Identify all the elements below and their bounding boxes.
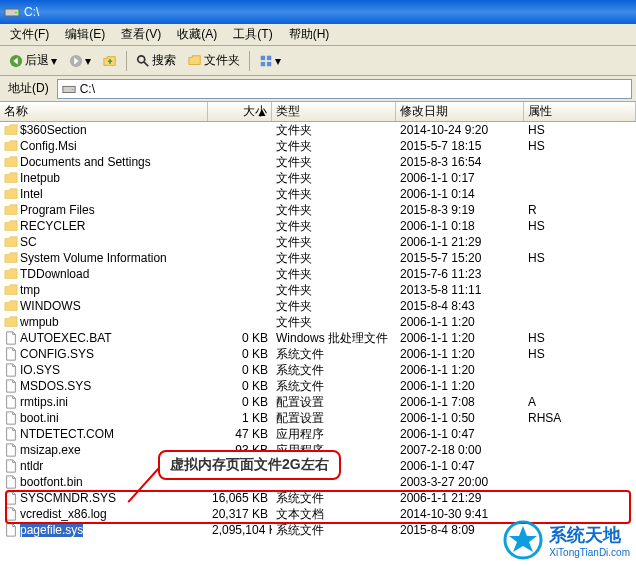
search-button[interactable]: 搜索 xyxy=(131,49,181,72)
column-headers: 名称 大小▲ 类型 修改日期 属性 xyxy=(0,102,636,122)
search-icon xyxy=(136,54,150,68)
back-button[interactable]: 后退 ▾ xyxy=(4,49,62,72)
cell-date: 2006-1-1 1:20 xyxy=(396,331,524,345)
file-icon xyxy=(4,331,18,345)
file-row[interactable]: boot.ini1 KB配置设置2006-1-1 0:50RHSA xyxy=(0,410,636,426)
file-row[interactable]: tmp文件夹2013-5-8 11:11 xyxy=(0,282,636,298)
cell-date: 2007-2-18 0:00 xyxy=(396,443,524,457)
cell-date: 2015-8-4 8:09 xyxy=(396,523,524,537)
cell-type: 系统文件 xyxy=(272,362,396,379)
file-row[interactable]: CONFIG.SYS0 KB系统文件2006-1-1 1:20HS xyxy=(0,346,636,362)
file-row[interactable]: TDDownload文件夹2015-7-6 11:23 xyxy=(0,266,636,282)
cell-size: 47 KB xyxy=(208,427,272,441)
header-date[interactable]: 修改日期 xyxy=(396,102,524,121)
file-row[interactable]: RECYCLER文件夹2006-1-1 0:18HS xyxy=(0,218,636,234)
menu-view[interactable]: 查看(V) xyxy=(113,24,169,45)
file-row[interactable]: pagefile.sys2,095,104 KB系统文件2015-8-4 8:0… xyxy=(0,522,636,538)
drive-icon xyxy=(4,4,20,20)
svg-point-4 xyxy=(138,55,145,62)
menu-file[interactable]: 文件(F) xyxy=(2,24,57,45)
cell-date: 2014-10-24 9:20 xyxy=(396,123,524,137)
titlebar: C:\ xyxy=(0,0,636,24)
forward-button[interactable]: ▾ xyxy=(64,51,96,71)
svg-rect-1 xyxy=(15,12,17,13)
cell-type: 系统文件 xyxy=(272,458,396,475)
cell-type: 文件夹 xyxy=(272,170,396,187)
chevron-down-icon: ▾ xyxy=(85,54,91,68)
cell-date: 2015-8-3 9:19 xyxy=(396,203,524,217)
file-row[interactable]: ntldr300 KB系统文件2006-1-1 0:47 xyxy=(0,458,636,474)
file-row[interactable]: msizap.exe93 KB应用程序2007-2-18 0:00 xyxy=(0,442,636,458)
cell-size: 0 KB xyxy=(208,331,272,345)
cell-date: 2015-8-3 16:54 xyxy=(396,155,524,169)
file-row[interactable]: Intel文件夹2006-1-1 0:14 xyxy=(0,186,636,202)
file-name: Program Files xyxy=(20,203,95,217)
file-row[interactable]: vcredist_x86.log20,317 KB文本文档2014-10-30 … xyxy=(0,506,636,522)
menu-edit[interactable]: 编辑(E) xyxy=(57,24,113,45)
file-row[interactable]: MSDOS.SYS0 KB系统文件2006-1-1 1:20 xyxy=(0,378,636,394)
file-row[interactable]: System Volume Information文件夹2015-5-7 15:… xyxy=(0,250,636,266)
file-row[interactable]: wmpub文件夹2006-1-1 1:20 xyxy=(0,314,636,330)
svg-rect-7 xyxy=(267,55,271,59)
file-row[interactable]: Inetpub文件夹2006-1-1 0:17 xyxy=(0,170,636,186)
folders-icon xyxy=(188,54,202,68)
folder-icon xyxy=(4,251,18,265)
cell-date: 2006-1-1 1:20 xyxy=(396,315,524,329)
file-row[interactable]: bootfont.bin2003-3-27 20:00 xyxy=(0,474,636,490)
menu-help[interactable]: 帮助(H) xyxy=(281,24,338,45)
file-icon xyxy=(4,491,18,505)
header-type[interactable]: 类型 xyxy=(272,102,396,121)
file-row[interactable]: IO.SYS0 KB系统文件2006-1-1 1:20 xyxy=(0,362,636,378)
svg-rect-11 xyxy=(71,89,73,90)
cell-date: 2015-7-6 11:23 xyxy=(396,267,524,281)
up-button[interactable] xyxy=(98,51,122,71)
file-name: IO.SYS xyxy=(20,363,60,377)
file-icon xyxy=(4,395,18,409)
folder-icon xyxy=(4,171,18,185)
cell-date: 2013-5-8 11:11 xyxy=(396,283,524,297)
file-row[interactable]: rmtips.ini0 KB配置设置2006-1-1 7:08A xyxy=(0,394,636,410)
cell-size: 0 KB xyxy=(208,347,272,361)
header-size[interactable]: 大小▲ xyxy=(208,102,272,121)
menu-tools[interactable]: 工具(T) xyxy=(225,24,280,45)
file-row[interactable]: SC文件夹2006-1-1 21:29 xyxy=(0,234,636,250)
file-icon xyxy=(4,411,18,425)
file-name: NTDETECT.COM xyxy=(20,427,114,441)
cell-date: 2015-5-7 18:15 xyxy=(396,139,524,153)
menu-favorites[interactable]: 收藏(A) xyxy=(169,24,225,45)
file-row[interactable]: Config.Msi文件夹2015-5-7 18:15HS xyxy=(0,138,636,154)
file-row[interactable]: $360Section文件夹2014-10-24 9:20HS xyxy=(0,122,636,138)
file-name: RECYCLER xyxy=(20,219,85,233)
file-row[interactable]: NTDETECT.COM47 KB应用程序2006-1-1 0:47 xyxy=(0,426,636,442)
cell-date: 2006-1-1 0:14 xyxy=(396,187,524,201)
file-row[interactable]: Documents and Settings文件夹2015-8-3 16:54 xyxy=(0,154,636,170)
file-icon xyxy=(4,347,18,361)
header-attr[interactable]: 属性 xyxy=(524,102,636,121)
cell-type: 文件夹 xyxy=(272,298,396,315)
file-name: Inetpub xyxy=(20,171,60,185)
cell-type: 配置设置 xyxy=(272,394,396,411)
views-button[interactable]: ▾ xyxy=(254,51,286,71)
file-name: TDDownload xyxy=(20,267,89,281)
address-combo[interactable]: C:\ xyxy=(57,79,632,99)
file-name: Config.Msi xyxy=(20,139,77,153)
file-row[interactable]: SYSCMNDR.SYS16,065 KB系统文件2006-1-1 21:29 xyxy=(0,490,636,506)
file-row[interactable]: AUTOEXEC.BAT0 KBWindows 批处理文件2006-1-1 1:… xyxy=(0,330,636,346)
menubar: 文件(F) 编辑(E) 查看(V) 收藏(A) 工具(T) 帮助(H) xyxy=(0,24,636,46)
file-list[interactable]: $360Section文件夹2014-10-24 9:20HSConfig.Ms… xyxy=(0,122,636,566)
cell-type: 应用程序 xyxy=(272,426,396,443)
file-name: bootfont.bin xyxy=(20,475,83,489)
header-name[interactable]: 名称 xyxy=(0,102,208,121)
cell-size: 0 KB xyxy=(208,379,272,393)
cell-date: 2003-3-27 20:00 xyxy=(396,475,524,489)
cell-type: 系统文件 xyxy=(272,346,396,363)
svg-rect-8 xyxy=(261,61,265,65)
cell-size: 93 KB xyxy=(208,443,272,457)
file-icon xyxy=(4,475,18,489)
file-row[interactable]: Program Files文件夹2015-8-3 9:19R xyxy=(0,202,636,218)
file-name: msizap.exe xyxy=(20,443,81,457)
cell-type: 文本文档 xyxy=(272,506,396,523)
folders-button[interactable]: 文件夹 xyxy=(183,49,245,72)
file-row[interactable]: WINDOWS文件夹2015-8-4 8:43 xyxy=(0,298,636,314)
file-name: boot.ini xyxy=(20,411,59,425)
